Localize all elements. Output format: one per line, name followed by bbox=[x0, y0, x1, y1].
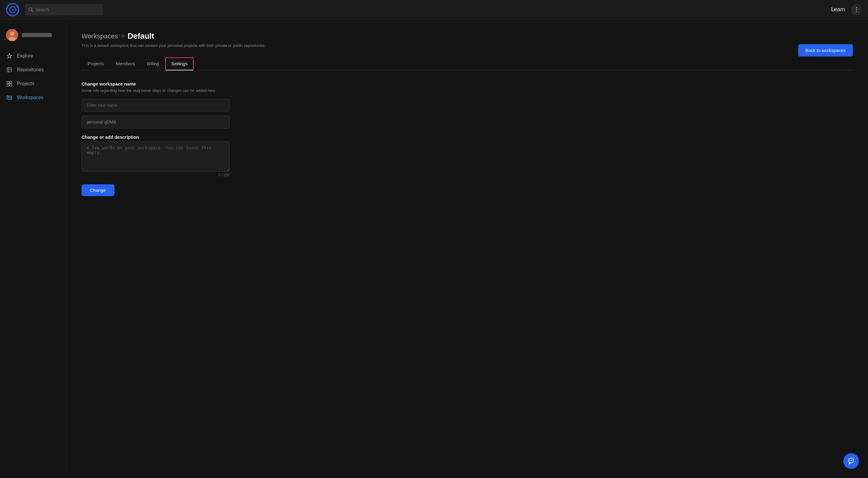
breadcrumb-current: Default bbox=[127, 31, 154, 41]
sidebar-item-workspaces-label: Workspaces bbox=[17, 95, 43, 100]
sidebar: Explore Repositories bbox=[0, 19, 66, 478]
svg-point-26 bbox=[852, 460, 852, 461]
tab-projects[interactable]: Projects bbox=[82, 57, 110, 70]
projects-icon bbox=[6, 80, 13, 87]
svg-rect-15 bbox=[7, 81, 9, 83]
char-count: 0 / 200 bbox=[82, 173, 229, 177]
workspace-name-input[interactable] bbox=[82, 99, 229, 112]
svg-rect-20 bbox=[8, 97, 9, 98]
workspace-slug-input[interactable] bbox=[82, 116, 229, 128]
svg-line-4 bbox=[32, 10, 33, 12]
workspace-description: This is a default workspace that can con… bbox=[82, 43, 853, 48]
more-options-button[interactable] bbox=[851, 4, 862, 15]
back-to-workspaces-button[interactable]: Back to workspaces bbox=[798, 44, 853, 57]
svg-rect-18 bbox=[10, 84, 12, 86]
sidebar-item-projects[interactable]: Projects bbox=[0, 77, 66, 90]
main-layout: Explore Repositories bbox=[0, 19, 868, 478]
top-nav-right: Learn bbox=[831, 4, 862, 15]
top-nav: Learn bbox=[0, 0, 868, 19]
name-section-title: Change workspace name bbox=[82, 81, 853, 86]
chat-widget[interactable] bbox=[843, 453, 859, 469]
search-input[interactable] bbox=[36, 7, 100, 12]
svg-point-9 bbox=[10, 32, 14, 36]
svg-rect-17 bbox=[7, 84, 9, 86]
name-section: Change workspace name Some info regardin… bbox=[82, 81, 853, 128]
breadcrumb-separator: > bbox=[121, 33, 125, 39]
name-section-desc: Some info regarding how the slug name st… bbox=[82, 88, 853, 93]
sidebar-item-repositories[interactable]: Repositories bbox=[0, 63, 66, 76]
svg-point-25 bbox=[851, 460, 851, 461]
search-icon bbox=[28, 7, 33, 12]
main-content: Back to workspaces Workspaces > Default … bbox=[66, 19, 868, 478]
svg-point-5 bbox=[856, 7, 857, 8]
change-button[interactable]: Change bbox=[82, 184, 115, 196]
tab-members[interactable]: Members bbox=[110, 57, 141, 70]
breadcrumb: Workspaces > Default bbox=[82, 31, 853, 41]
avatar bbox=[6, 29, 18, 41]
app-logo[interactable] bbox=[6, 3, 19, 16]
svg-rect-11 bbox=[7, 68, 11, 72]
svg-rect-16 bbox=[10, 81, 12, 83]
sidebar-item-explore-label: Explore bbox=[17, 53, 33, 59]
breadcrumb-parent[interactable]: Workspaces bbox=[82, 32, 118, 40]
repo-icon bbox=[6, 66, 13, 73]
sidebar-item-workspaces[interactable]: Workspaces bbox=[0, 91, 66, 104]
tab-bar: Projects Members Billing Settings bbox=[82, 57, 853, 70]
svg-rect-21 bbox=[10, 97, 11, 98]
svg-point-6 bbox=[856, 9, 857, 10]
username-display bbox=[22, 33, 52, 37]
svg-point-24 bbox=[849, 460, 850, 461]
svg-point-7 bbox=[856, 11, 857, 12]
workspace-description-textarea[interactable] bbox=[82, 141, 229, 172]
explore-icon bbox=[6, 53, 13, 59]
learn-link[interactable]: Learn bbox=[831, 6, 845, 13]
description-section-title: Change or add description bbox=[82, 135, 853, 140]
tab-settings[interactable]: Settings bbox=[165, 57, 194, 70]
sidebar-item-explore[interactable]: Explore bbox=[0, 50, 66, 62]
sidebar-item-projects-label: Projects bbox=[17, 81, 34, 86]
search-bar[interactable] bbox=[25, 4, 103, 16]
workspaces-icon bbox=[6, 94, 13, 101]
settings-form: Change workspace name Some info regardin… bbox=[82, 81, 853, 196]
sidebar-item-repositories-label: Repositories bbox=[17, 67, 44, 72]
user-profile bbox=[0, 27, 66, 48]
tab-billing[interactable]: Billing bbox=[141, 57, 165, 70]
svg-point-2 bbox=[12, 9, 13, 10]
description-section: Change or add description 0 / 200 bbox=[82, 135, 853, 177]
